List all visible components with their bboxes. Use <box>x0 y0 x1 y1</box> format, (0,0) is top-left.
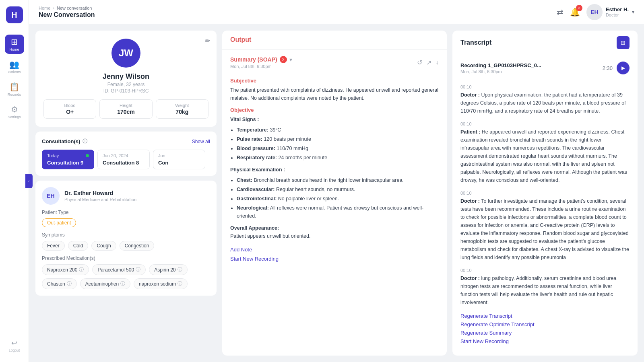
show-all-button[interactable]: Show all <box>192 139 210 144</box>
summary-badge: 3 <box>280 56 287 63</box>
overall-appearance: Overall Appearance: <box>230 224 439 232</box>
info-icon[interactable]: ⓘ <box>178 266 182 273</box>
weight-label: Weight <box>160 103 204 108</box>
regen-optimize-link[interactable]: Regenerate Optimize Transcript <box>460 321 630 327</box>
transcript-speaker-text: Doctor : lung pathology. Additionally, s… <box>460 274 630 306</box>
consultation-header: Consultation(s) ⓘ Show all <box>42 138 210 145</box>
exam-chest: Chest: Bronchial breath sounds heard in … <box>237 176 439 184</box>
user-avatar: EH <box>586 4 603 20</box>
breadcrumb: Home › New conversation <box>39 6 95 10</box>
info-icon: ⓘ <box>83 138 87 145</box>
symptoms-row: Fever Cold Cough Congestion <box>42 241 210 251</box>
consultation-tab-2[interactable]: Jun 20, 2024 Consultation 8 <box>97 150 150 169</box>
info-icon[interactable]: ⓘ <box>136 266 140 273</box>
breadcrumb-home[interactable]: Home <box>39 6 50 10</box>
subjective-text: The patient presented with complaints of… <box>230 86 439 102</box>
transcript-entry-2: 00:10 Patient : He appeared unwell and r… <box>460 121 630 184</box>
tab-date: Jun <box>158 153 165 158</box>
translate-icon[interactable]: ⇄ <box>557 7 564 17</box>
tab-name: Consultation 8 <box>103 160 144 166</box>
summary-actions: ↺ ↗ ↓ <box>417 59 439 66</box>
consultation-tab-3[interactable]: Jun Con <box>153 150 205 169</box>
symptom-fever: Fever <box>42 241 65 251</box>
sidebar-item-home[interactable]: ⊞ Home <box>5 35 24 54</box>
edit-icon[interactable]: ✏ <box>205 37 210 45</box>
doctor-avatar: EH <box>42 187 60 205</box>
sidebar-item-settings[interactable]: ⚙ Settings <box>5 102 24 121</box>
speaker-label: Doctor : <box>460 276 480 281</box>
doctor-row: EH Dr. Esther Howard Physical Medicine a… <box>42 187 210 205</box>
transcript-time: 00:10 <box>460 121 630 126</box>
recording-name: Recording 1_GP0103HPRSC_0... <box>460 62 541 68</box>
topbar: Home › New conversation New Conversation… <box>29 0 644 24</box>
subjective-heading: Subjective <box>230 78 439 84</box>
info-icon[interactable]: ⓘ <box>79 266 84 273</box>
stat-weight: Weight 70kg <box>156 99 208 119</box>
consultation-tabs: Today Consultation 9 Jun 20, 2024 Consul… <box>42 150 210 169</box>
recording-info: Recording 1_GP0103HPRSC_0... Mon, Jul 8t… <box>460 62 541 74</box>
right-content: Output Summary (SOAP) 3 ▾ Mon, Jul 8th, … <box>222 31 638 356</box>
summary-date: Mon, Jul 8th, 6:30pm <box>230 64 292 69</box>
recording-date: Mon, Jul 8th, 6:30pm <box>460 69 541 74</box>
speaker-label: Doctor : <box>460 198 480 204</box>
symptoms-label: Symptoms <box>42 232 210 238</box>
transcript-layout-button[interactable]: ⊞ <box>617 36 630 49</box>
transcript-header: Transcript ⊞ <box>452 31 638 55</box>
add-note-link[interactable]: Add Note <box>230 247 439 253</box>
patient-avatar: JW <box>111 39 140 68</box>
transcript-divider <box>460 81 630 81</box>
user-role: Doctor <box>606 12 629 17</box>
sidebar-collapse-button[interactable]: ‹ <box>25 174 33 188</box>
sidebar-item-records[interactable]: 📋 Records <box>5 80 24 99</box>
recording-right: 2:30 ▶ <box>603 62 630 74</box>
patient-avatar-wrapper: JW <box>43 39 208 68</box>
transcript-time: 00:10 <box>460 84 630 89</box>
sidebar-item-label: Settings <box>8 115 21 119</box>
summary-header: Summary (SOAP) 3 ▾ Mon, Jul 8th, 6:30pm … <box>230 56 439 73</box>
tab-date: Jun 20, 2024 <box>103 153 128 158</box>
doctor-info: Dr. Esther Howard Physical Medicine and … <box>64 190 136 202</box>
patient-name: Jenny Wilson <box>43 72 208 81</box>
notifications-button[interactable]: 🔔 3 <box>570 7 580 17</box>
transcript-entry-1: 00:10 Doctor : Upon physical examination… <box>460 84 630 115</box>
tab-date: Today <box>47 153 59 158</box>
sidebar-item-label: Home <box>9 47 19 51</box>
summary-title-row: Summary (SOAP) 3 ▾ <box>230 56 292 63</box>
consultation-tab-today[interactable]: Today Consultation 9 <box>42 150 94 169</box>
logout-button[interactable]: ↩ Logout <box>9 339 20 352</box>
info-icon[interactable]: ⓘ <box>67 280 72 287</box>
info-icon[interactable]: ⓘ <box>178 280 182 287</box>
consultation-title: Consultation(s) ⓘ <box>42 138 87 145</box>
transcript-panel: Transcript ⊞ Recording 1_GP0103HPRSC_0..… <box>452 31 638 356</box>
breadcrumb-current: New conversation <box>57 6 92 10</box>
play-button[interactable]: ▶ <box>617 62 630 74</box>
recording-item: Recording 1_GP0103HPRSC_0... Mon, Jul 8t… <box>460 62 630 74</box>
summary-title: Summary (SOAP) <box>230 56 277 63</box>
topbar-left: Home › New conversation New Conversation <box>39 6 95 19</box>
transcript-speaker-text: Doctor : To further investigate and mana… <box>460 197 630 261</box>
regen-summary-link[interactable]: Regenerate Summary <box>460 330 630 336</box>
page-title: New Conversation <box>39 11 95 19</box>
download-icon[interactable]: ↓ <box>436 59 439 66</box>
start-recording-link[interactable]: Start New Recording <box>230 256 439 262</box>
patient-type-badge: Out-patient <box>42 218 76 227</box>
share-icon[interactable]: ↗ <box>426 59 431 66</box>
active-dot <box>86 154 89 157</box>
sidebar-item-patients[interactable]: 👥 Patients <box>5 57 24 76</box>
regen-links: Regenerate Transcript Regenerate Optimiz… <box>460 313 630 344</box>
sidebar-item-label: Patients <box>8 70 21 74</box>
height-label: Height <box>104 103 148 108</box>
doctor-specialty: Physical Medicine and Rehabilitation <box>64 197 136 202</box>
vital-signs-label: Vital Signs : <box>230 115 439 123</box>
regen-transcript-link[interactable]: Regenerate Transcript <box>460 313 630 319</box>
chevron-down-icon[interactable]: ▾ <box>289 56 292 63</box>
transcript-start-recording-link[interactable]: Start New Recording <box>460 338 630 344</box>
left-panel: ✏ JW Jenny Wilson Female, 32 years ID: G… <box>35 31 217 356</box>
symptom-cough: Cough <box>91 241 116 251</box>
user-profile[interactable]: EH Esther H. Doctor ▾ <box>586 4 634 20</box>
output-panel-body: Summary (SOAP) 3 ▾ Mon, Jul 8th, 6:30pm … <box>222 49 447 356</box>
tab-name: Consultation 9 <box>47 160 89 166</box>
patient-id: ID: GP-0103-HPRSC <box>43 88 208 94</box>
info-icon[interactable]: ⓘ <box>120 280 125 287</box>
refresh-icon[interactable]: ↺ <box>417 59 422 66</box>
